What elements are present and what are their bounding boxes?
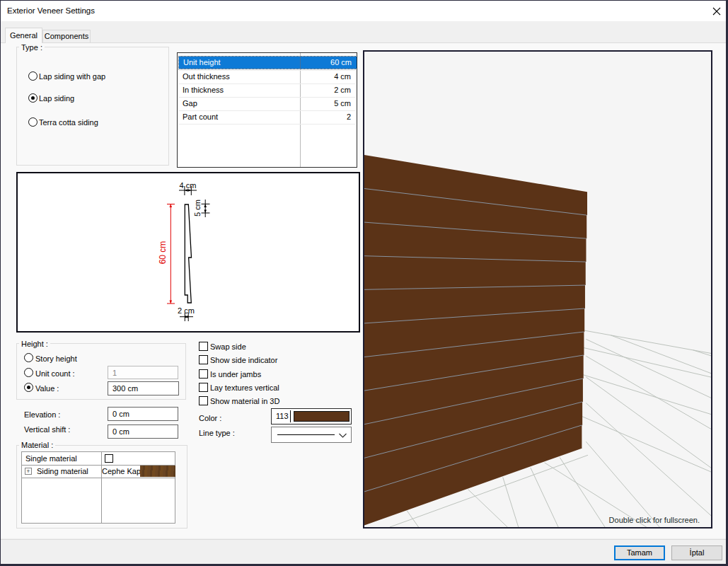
svg-text:4 cm: 4 cm	[180, 181, 197, 190]
svg-text:Double click for fullscreen.: Double click for fullscreen.	[609, 516, 700, 524]
svg-text:2 cm: 2 cm	[178, 306, 195, 315]
svg-text:60 cm: 60 cm	[158, 241, 168, 265]
svg-text:5 cm: 5 cm	[193, 200, 202, 216]
